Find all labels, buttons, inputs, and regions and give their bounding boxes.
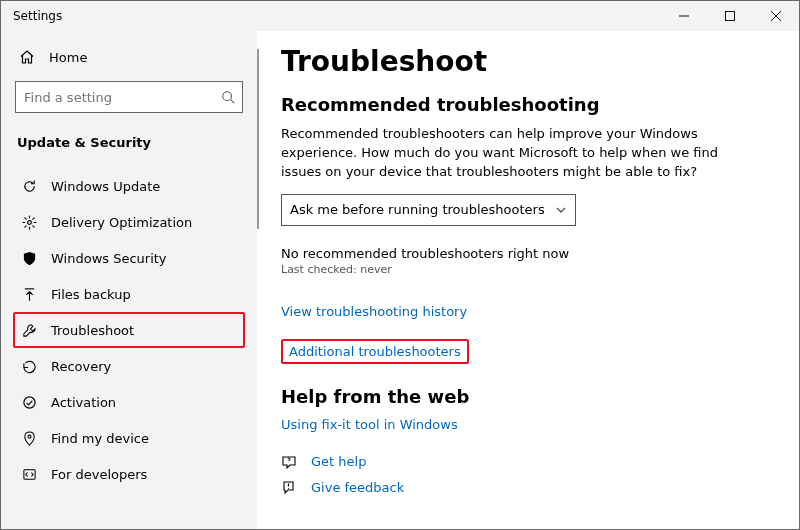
home-icon — [19, 49, 35, 65]
svg-point-9 — [28, 435, 31, 438]
sidebar-item-label: Activation — [51, 395, 116, 410]
sidebar-item-files-backup[interactable]: Files backup — [15, 276, 243, 312]
sidebar-item-activation[interactable]: Activation — [15, 384, 243, 420]
view-history-link[interactable]: View troubleshooting history — [281, 304, 467, 319]
page-title: Troubleshoot — [281, 45, 777, 78]
no-recommended-text: No recommended troubleshooters right now — [281, 246, 777, 261]
give-feedback-link[interactable]: Give feedback — [311, 480, 404, 495]
activation-icon — [21, 395, 37, 410]
feedback-icon — [281, 480, 297, 496]
last-checked-text: Last checked: never — [281, 263, 777, 276]
location-icon — [21, 431, 37, 446]
sidebar-item-windows-security[interactable]: Windows Security — [15, 240, 243, 276]
search-icon — [221, 81, 235, 113]
svg-point-6 — [27, 220, 31, 224]
sidebar-category: Update & Security — [15, 129, 243, 168]
minimize-button[interactable] — [661, 1, 707, 31]
backup-icon — [21, 287, 37, 302]
sync-icon — [21, 179, 37, 194]
svg-point-4 — [223, 92, 232, 101]
give-feedback-row[interactable]: Give feedback — [281, 480, 777, 496]
sidebar-item-troubleshoot[interactable]: Troubleshoot — [13, 312, 245, 348]
maximize-button[interactable] — [707, 1, 753, 31]
get-help-row[interactable]: Get help — [281, 454, 777, 470]
sidebar-item-label: Windows Update — [51, 179, 160, 194]
search-input[interactable] — [15, 81, 243, 113]
troubleshoot-preference-dropdown[interactable]: Ask me before running troubleshooters — [281, 194, 576, 226]
wrench-icon — [21, 323, 37, 338]
section-text: Recommended troubleshooters can help imp… — [281, 125, 751, 182]
close-button[interactable] — [753, 1, 799, 31]
chevron-down-icon — [555, 204, 567, 216]
shield-icon — [21, 251, 37, 266]
developers-icon — [21, 467, 37, 482]
sidebar-home[interactable]: Home — [15, 39, 243, 75]
sidebar-item-recovery[interactable]: Recovery — [15, 348, 243, 384]
get-help-icon — [281, 454, 297, 470]
title-bar: Settings — [1, 1, 799, 31]
svg-point-8 — [23, 396, 34, 407]
sidebar-item-windows-update[interactable]: Windows Update — [15, 168, 243, 204]
svg-line-5 — [231, 100, 235, 104]
window-title: Settings — [13, 9, 661, 23]
sidebar-item-label: Find my device — [51, 431, 149, 446]
sidebar: Home Update & Security Windows Update De… — [1, 31, 257, 529]
sidebar-item-label: Delivery Optimization — [51, 215, 192, 230]
section-title: Recommended troubleshooting — [281, 94, 777, 115]
sidebar-item-label: Troubleshoot — [51, 323, 134, 338]
sidebar-item-find-my-device[interactable]: Find my device — [15, 420, 243, 456]
scroll-indicator[interactable] — [257, 49, 259, 229]
optimization-icon — [21, 215, 37, 230]
sidebar-home-label: Home — [49, 50, 87, 65]
sidebar-item-label: Recovery — [51, 359, 111, 374]
additional-troubleshooters-link[interactable]: Additional troubleshooters — [289, 344, 461, 359]
sidebar-item-delivery-optimization[interactable]: Delivery Optimization — [15, 204, 243, 240]
window-controls — [661, 1, 799, 31]
sidebar-item-label: Windows Security — [51, 251, 167, 266]
fixit-link[interactable]: Using fix-it tool in Windows — [281, 417, 458, 432]
sidebar-item-for-developers[interactable]: For developers — [15, 456, 243, 492]
section-title: Help from the web — [281, 386, 777, 407]
get-help-link[interactable]: Get help — [311, 454, 366, 469]
search-box[interactable] — [15, 81, 243, 113]
sidebar-item-label: For developers — [51, 467, 147, 482]
content-pane: Troubleshoot Recommended troubleshooting… — [257, 31, 799, 529]
sidebar-item-label: Files backup — [51, 287, 131, 302]
svg-rect-1 — [726, 12, 735, 21]
recovery-icon — [21, 359, 37, 374]
svg-point-12 — [288, 487, 289, 488]
dropdown-value: Ask me before running troubleshooters — [290, 202, 545, 217]
